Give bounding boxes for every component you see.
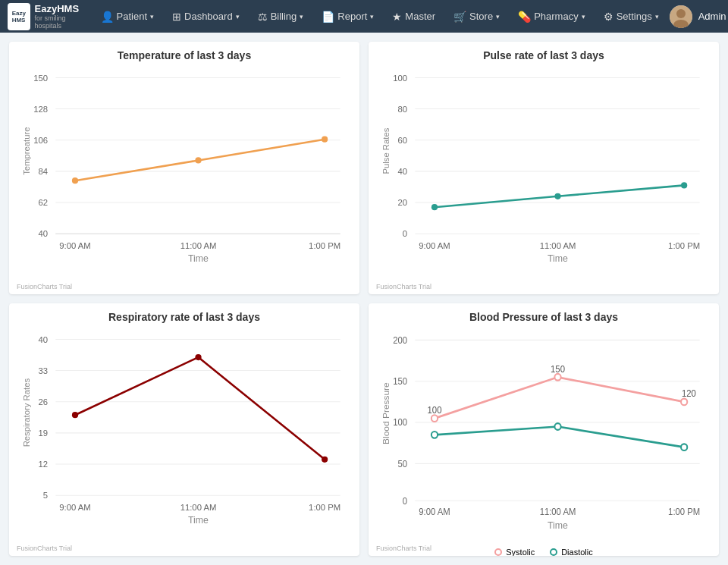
svg-text:60: 60: [397, 136, 407, 145]
nav-settings[interactable]: ⚙ Settings ▾: [596, 0, 667, 33]
nav-patient[interactable]: 👤 Patient ▾: [93, 0, 162, 33]
svg-text:11:00 AM: 11:00 AM: [540, 241, 576, 250]
navbar: EazyHMS EazyHMS for smiling hospitals 👤 …: [0, 0, 728, 33]
diastolic-dot: [550, 548, 557, 556]
svg-text:0: 0: [403, 229, 407, 238]
nav-pharmacy-label: Pharmacy: [534, 11, 579, 22]
svg-text:Time: Time: [548, 253, 568, 264]
brand[interactable]: EazyHMS EazyHMS for smiling hospitals: [8, 3, 84, 30]
bp-chart-title: Blood Pressure of last 3 days: [380, 311, 708, 323]
svg-text:1:00 PM: 1:00 PM: [309, 241, 340, 250]
pharmacy-caret: ▾: [582, 13, 585, 20]
svg-text:40: 40: [397, 167, 407, 176]
fusion-trial-bp: FusionCharts Trial: [376, 545, 431, 552]
temperature-chart-container: 150 128 106 84 62 40 Tempreature 9:00 AM: [20, 65, 348, 284]
svg-text:100: 100: [393, 74, 407, 83]
svg-text:200: 200: [393, 334, 407, 344]
diastolic-label: Diastolic: [561, 548, 593, 556]
svg-text:9:00 AM: 9:00 AM: [59, 503, 90, 512]
nav-store-label: Store: [469, 11, 493, 22]
respiratory-chart-title: Respiratory rate of last 3 days: [20, 311, 348, 323]
nav-master-label: Master: [405, 11, 435, 22]
store-icon: 🛒: [453, 11, 466, 23]
billing-icon: ⚖: [258, 11, 268, 23]
svg-point-81: [681, 399, 687, 406]
svg-text:26: 26: [38, 397, 48, 406]
svg-point-21: [72, 177, 78, 184]
report-caret: ▾: [370, 13, 374, 20]
bp-chart-container: 200 150 100 50 0 Blood Pressure 9:00 AM …: [380, 327, 708, 545]
nav-report[interactable]: 📄 Report ▾: [314, 0, 381, 33]
admin-label[interactable]: Admin: [698, 11, 726, 22]
svg-text:40: 40: [38, 229, 48, 238]
svg-text:9:00 AM: 9:00 AM: [419, 506, 450, 516]
nav-settings-label: Settings: [617, 11, 652, 22]
svg-text:150: 150: [551, 363, 565, 373]
temperature-chart-card: Temperature of last 3 days 150 128 106 8…: [9, 42, 359, 294]
svg-point-79: [431, 415, 438, 422]
pulse-chart-container: 100 80 60 40 20 0 Pulse Rates 9:00 AM 11…: [380, 65, 708, 284]
svg-point-87: [681, 444, 687, 450]
master-icon: ★: [392, 11, 402, 23]
svg-text:120: 120: [682, 388, 696, 398]
svg-text:50: 50: [397, 458, 407, 468]
svg-point-1: [676, 9, 686, 18]
dashboard-icon: ⊞: [172, 11, 181, 23]
pulse-chart-title: Pulse rate of last 3 days: [380, 49, 708, 61]
svg-text:80: 80: [397, 105, 407, 114]
svg-text:11:00 AM: 11:00 AM: [180, 503, 217, 512]
svg-text:1:00 PM: 1:00 PM: [309, 503, 340, 512]
nav-dashboard[interactable]: ⊞ Dashboard ▾: [165, 0, 247, 33]
svg-text:11:00 AM: 11:00 AM: [180, 241, 217, 250]
settings-caret: ▾: [655, 13, 659, 20]
svg-text:19: 19: [38, 428, 48, 438]
fusion-trial-temp: FusionCharts Trial: [17, 283, 72, 290]
dashboard-grid: Temperature of last 3 days 150 128 106 8…: [0, 33, 728, 565]
patient-icon: 👤: [101, 11, 114, 23]
brand-name: EazyHMS: [35, 3, 80, 14]
temperature-chart-title: Temperature of last 3 days: [20, 49, 348, 61]
brand-subtitle: for smiling hospitals: [35, 14, 84, 30]
svg-point-41: [431, 204, 438, 210]
svg-point-86: [554, 423, 560, 430]
svg-point-43: [681, 182, 687, 188]
svg-text:12: 12: [38, 460, 48, 469]
legend-diastolic: Diastolic: [550, 548, 593, 556]
respiratory-chart-card: Respiratory rate of last 3 days 40 33 26…: [9, 303, 359, 556]
svg-point-63: [322, 457, 328, 463]
patient-caret: ▾: [150, 13, 154, 20]
svg-text:Time: Time: [188, 515, 209, 526]
systolic-dot: [494, 548, 502, 556]
legend-systolic: Systolic: [494, 548, 535, 556]
pulse-chart-card: Pulse rate of last 3 days 100 80 60 40 2…: [369, 42, 719, 294]
svg-point-22: [195, 157, 201, 163]
nav-store[interactable]: 🛒 Store ▾: [446, 0, 507, 33]
svg-text:9:00 AM: 9:00 AM: [59, 241, 90, 250]
nav-billing[interactable]: ⚖ Billing ▾: [250, 0, 312, 33]
svg-text:150: 150: [393, 376, 407, 386]
svg-text:84: 84: [38, 167, 48, 176]
nav-dashboard-label: Dashboard: [184, 11, 233, 22]
nav-master[interactable]: ★ Master: [384, 0, 443, 33]
svg-text:5: 5: [43, 491, 48, 500]
nav-patient-label: Patient: [117, 11, 147, 22]
svg-text:128: 128: [33, 105, 48, 114]
svg-text:62: 62: [38, 198, 48, 207]
svg-point-42: [554, 193, 560, 199]
svg-text:100: 100: [393, 417, 407, 427]
logo: EazyHMS: [8, 3, 30, 30]
fusion-trial-resp: FusionCharts Trial: [17, 545, 72, 552]
fusion-trial-pulse: FusionCharts Trial: [376, 283, 431, 290]
svg-point-62: [195, 354, 201, 360]
svg-text:1:00 PM: 1:00 PM: [668, 241, 700, 250]
svg-text:150: 150: [33, 74, 48, 83]
svg-text:20: 20: [397, 198, 407, 207]
nav-pharmacy[interactable]: 💊 Pharmacy ▾: [510, 0, 593, 33]
bp-chart-card: Blood Pressure of last 3 days 200 150 10…: [369, 303, 719, 556]
nav-report-label: Report: [337, 11, 367, 22]
svg-point-61: [72, 412, 78, 418]
svg-text:Blood Pressure: Blood Pressure: [381, 382, 391, 444]
svg-point-85: [431, 432, 438, 438]
report-icon: 📄: [322, 11, 334, 23]
admin-avatar[interactable]: [670, 5, 692, 28]
